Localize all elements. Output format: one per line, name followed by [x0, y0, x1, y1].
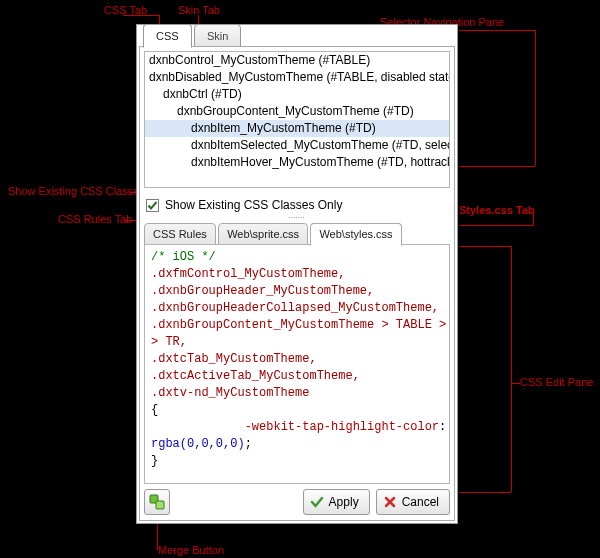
ann-line: [459, 246, 511, 247]
cancel-button[interactable]: Cancel: [376, 489, 450, 515]
ann-line: [535, 30, 536, 166]
tab-styles-css[interactable]: Web\styles.css: [310, 223, 401, 246]
tab-label: Web\styles.css: [319, 228, 392, 240]
ann-line: [123, 15, 159, 16]
ann-show-existing: Show Existing CSS Classes: [8, 185, 145, 197]
merge-icon: [149, 494, 165, 510]
tab-css-label: CSS: [156, 30, 179, 42]
show-existing-label: Show Existing CSS Classes Only: [159, 198, 342, 212]
css-editor-text[interactable]: /* iOS */ .dxfmControl_MyCustomTheme, .d…: [145, 245, 449, 474]
code-comment: /* iOS */: [151, 250, 216, 264]
selector-navigation-pane[interactable]: dxnbControl_MyCustomTheme (#TABLE) dxnbD…: [144, 51, 450, 188]
apply-button[interactable]: Apply: [303, 489, 370, 515]
cancel-button-label: Cancel: [402, 495, 439, 509]
apply-button-label: Apply: [329, 495, 359, 509]
code-value: rgba(0,0,0,0): [151, 437, 245, 451]
nav-item-label: dxnbGroupContent_MyCustomTheme (#TD): [177, 104, 414, 118]
ann-line: [512, 383, 520, 384]
nav-item-label: dxnbDisabled_MyCustomTheme (#TABLE, disa…: [149, 70, 450, 84]
nav-item-label: dxnbItemHover_MyCustomTheme (#TD, hottra…: [191, 155, 450, 169]
code-selector: .dxnbGroupContent_MyCustomTheme > TABLE …: [151, 318, 450, 332]
check-icon: [310, 495, 324, 509]
main-panel: CSS Skin dxnbControl_MyCustomTheme (#TAB…: [136, 24, 458, 524]
nav-item[interactable]: dxnbItemHover_MyCustomTheme (#TD, hottra…: [145, 154, 449, 171]
code-selector: .dxtv-nd_MyCustomTheme: [151, 386, 309, 400]
code-brace: {: [151, 403, 158, 417]
nav-item[interactable]: dxnbGroupContent_MyCustomTheme (#TD): [145, 103, 449, 120]
ann-line: [459, 492, 511, 493]
stage: CSS Tab Skin Tab Selector Navigation Pan…: [0, 0, 600, 558]
splitter-bar[interactable]: [144, 188, 450, 192]
ann-line: [157, 520, 158, 550]
nav-item-selected[interactable]: dxnbItem_MyCustomTheme (#TD): [145, 120, 449, 137]
ann-line: [459, 30, 535, 31]
ann-merge-btn: Merge Button: [158, 544, 224, 556]
svg-rect-1: [156, 501, 164, 509]
nav-item-label: dxnbControl_MyCustomTheme (#TABLE): [149, 53, 370, 67]
panel-content: dxnbControl_MyCustomTheme (#TABLE) dxnbD…: [139, 46, 455, 521]
tab-skin-label: Skin: [207, 30, 228, 42]
code-selector: .dxtcTab_MyCustomTheme,: [151, 352, 317, 366]
code-selector: .dxtcActiveTab_MyCustomTheme,: [151, 369, 360, 383]
merge-button[interactable]: [144, 489, 170, 515]
ann-css-rules-tab: CSS Rules Tab: [58, 213, 132, 225]
tab-css[interactable]: CSS: [143, 24, 192, 48]
show-existing-checkbox[interactable]: [146, 199, 159, 212]
show-existing-row: Show Existing CSS Classes Only: [146, 195, 450, 215]
tab-label: Web\sprite.css: [227, 228, 299, 240]
check-icon: [146, 199, 159, 212]
ann-line: [459, 166, 535, 167]
grip-icon[interactable]: •••••••: [279, 215, 315, 220]
ann-line: [533, 211, 534, 225]
ann-line: [459, 225, 534, 226]
ann-skin-tab: Skin Tab: [178, 4, 220, 16]
ann-edit-pane: CSS Edit Pane: [520, 376, 593, 388]
nav-item-label: dxnbItem_MyCustomTheme (#TD): [191, 121, 376, 135]
bottom-bar: Apply Cancel: [144, 488, 450, 516]
code-selector: .dxnbGroupHeader_MyCustomTheme,: [151, 284, 374, 298]
code-selector: > TR,: [151, 335, 187, 349]
nav-item-label: dxnbItemSelected_MyCustomTheme (#TD, sel…: [191, 138, 450, 152]
nav-item-label: dxnbCtrl (#TD): [163, 87, 242, 101]
mid-tab-strip: CSS Rules Web\sprite.css Web\styles.css: [144, 223, 450, 245]
code-brace: }: [151, 454, 158, 468]
top-tab-strip: CSS Skin: [143, 24, 453, 46]
nav-item[interactable]: dxnbDisabled_MyCustomTheme (#TABLE, disa…: [145, 69, 449, 86]
tab-css-rules[interactable]: CSS Rules: [144, 223, 216, 246]
code-selector: .dxnbGroupHeaderCollapsed_MyCustomTheme,: [151, 301, 439, 315]
tab-skin[interactable]: Skin: [194, 24, 241, 48]
css-edit-pane[interactable]: /* iOS */ .dxfmControl_MyCustomTheme, .d…: [144, 244, 450, 484]
code-selector: .dxfmControl_MyCustomTheme,: [151, 267, 345, 281]
nav-item[interactable]: dxnbItemSelected_MyCustomTheme (#TD, sel…: [145, 137, 449, 154]
tab-sprite-css[interactable]: Web\sprite.css: [218, 223, 308, 246]
ann-line: [511, 246, 512, 492]
nav-item[interactable]: dxnbControl_MyCustomTheme (#TABLE): [145, 52, 449, 69]
ann-styles-tab: Styles.css Tab: [459, 204, 535, 216]
close-icon: [383, 495, 397, 509]
tab-label: CSS Rules: [153, 228, 207, 240]
nav-item[interactable]: dxnbCtrl (#TD): [145, 86, 449, 103]
code-prop: -webkit-tap-highlight-color: [245, 420, 439, 434]
